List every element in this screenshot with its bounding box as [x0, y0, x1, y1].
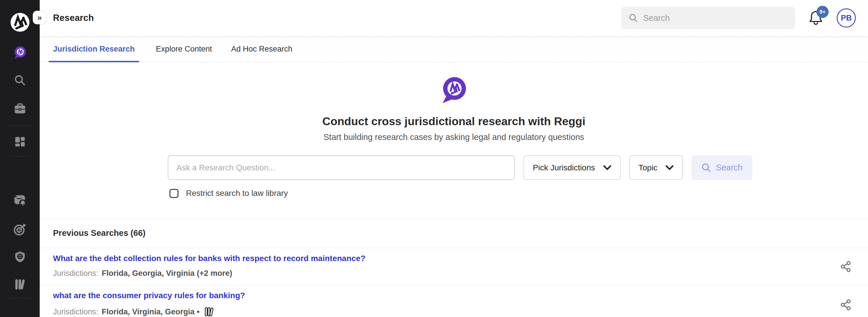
alerts-card-icon: [13, 194, 27, 207]
jurisdictions-value: Florida, Georgia, Virginia (+2 more): [102, 269, 232, 278]
global-search-box[interactable]: [621, 7, 795, 29]
sidebar-item-dashboard[interactable]: [0, 136, 40, 148]
share-icon: [840, 261, 852, 273]
main-area: Research 9+ PB: [40, 0, 868, 317]
notifications-button[interactable]: 9+: [808, 9, 824, 27]
sidebar-divider: [10, 126, 30, 126]
search-icon: [14, 74, 26, 86]
sidebar-item-library[interactable]: [0, 278, 40, 290]
expand-sidebar-button[interactable]: »: [33, 11, 46, 24]
sidebar-item-compliance[interactable]: [0, 251, 40, 262]
reggi-research-app: » Research 9+: [0, 0, 868, 317]
tab-ad-hoc-research[interactable]: Ad Hoc Research: [229, 36, 295, 62]
sidebar-item-cases[interactable]: [0, 102, 40, 115]
reggi-chat-bubble-icon: [13, 46, 27, 59]
previous-search-question-link[interactable]: what are the consumer privacy rules for …: [53, 291, 245, 300]
jurisdictions-label: Jurisdictions:: [53, 308, 98, 316]
sidebar-item-alerts[interactable]: [0, 194, 40, 207]
hero-section: Conduct cross jurisdictional research wi…: [40, 62, 868, 198]
previous-search-row: what are the consumer privacy rules for …: [40, 285, 868, 317]
chevron-down-icon: [603, 165, 611, 170]
double-chevron-right-icon: »: [37, 13, 42, 22]
target-icon: [13, 223, 27, 236]
topic-dropdown[interactable]: Topic: [629, 155, 683, 180]
user-avatar[interactable]: PB: [837, 8, 856, 28]
tab-jurisdiction-research[interactable]: Jurisdiction Research: [49, 36, 139, 62]
briefcase-icon: [14, 102, 26, 115]
pick-jurisdictions-dropdown[interactable]: Pick Jurisdictions: [524, 155, 621, 180]
page-title: Research: [53, 13, 94, 23]
share-button[interactable]: [840, 261, 852, 273]
pick-jurisdictions-label: Pick Jurisdictions: [533, 163, 595, 172]
sidebar: [0, 0, 40, 317]
share-button[interactable]: [840, 299, 852, 311]
shield-globe-icon: [14, 251, 26, 262]
top-header: Research 9+ PB: [40, 0, 868, 36]
reggi-chat-bubble-icon: [440, 76, 468, 104]
sidebar-divider: [10, 298, 30, 298]
research-tabs: Jurisdiction Research Explore Content Ad…: [40, 36, 868, 62]
restrict-search-row: Restrict search to law library: [168, 189, 740, 198]
previous-search-row: What are the debt collection rules for b…: [40, 248, 868, 285]
sidebar-item-goals[interactable]: [0, 223, 40, 236]
jurisdictions-line: Jurisdictions: Florida, Georgia, Virgini…: [53, 269, 828, 278]
global-search-input[interactable]: [643, 13, 787, 23]
previous-searches-title: Previous Searches (66): [40, 219, 868, 248]
research-question-input[interactable]: [168, 155, 515, 180]
search-button-label: Search: [716, 163, 743, 172]
library-books-icon: [14, 278, 26, 290]
header-actions: 9+ PB: [621, 7, 856, 29]
sidebar-item-reggi-assistant[interactable]: [0, 46, 40, 59]
jurisdictions-label: Jurisdictions:: [53, 269, 98, 278]
search-icon: [629, 13, 638, 23]
hero-heading: Conduct cross jurisdictional research wi…: [40, 115, 868, 128]
chevron-down-icon: [665, 165, 674, 170]
notification-count-badge: 9+: [816, 6, 829, 18]
restrict-search-checkbox[interactable]: [169, 189, 179, 198]
search-button[interactable]: Search: [691, 155, 752, 180]
restrict-search-label: Restrict search to law library: [186, 189, 288, 198]
share-icon: [840, 299, 852, 311]
reggi-logo-icon[interactable]: [9, 11, 31, 33]
tab-explore-content[interactable]: Explore Content: [154, 36, 214, 62]
hero-subheading: Start building research cases by asking …: [40, 132, 868, 142]
avatar-initials: PB: [841, 13, 852, 23]
library-books-icon: [204, 306, 214, 317]
previous-searches-section: Previous Searches (66) What are the debt…: [40, 219, 868, 317]
topic-label: Topic: [639, 163, 657, 172]
jurisdictions-line: Jurisdictions: Florida, Virginia, Georgi…: [53, 306, 828, 317]
dashboard-icon: [14, 136, 26, 148]
sidebar-item-search[interactable]: [0, 74, 40, 86]
research-question-form: Pick Jurisdictions Topic S: [168, 155, 740, 180]
search-icon: [702, 163, 711, 173]
jurisdictions-value: Florida, Virginia, Georgia •: [102, 308, 199, 316]
previous-search-question-link[interactable]: What are the debt collection rules for b…: [53, 254, 365, 263]
